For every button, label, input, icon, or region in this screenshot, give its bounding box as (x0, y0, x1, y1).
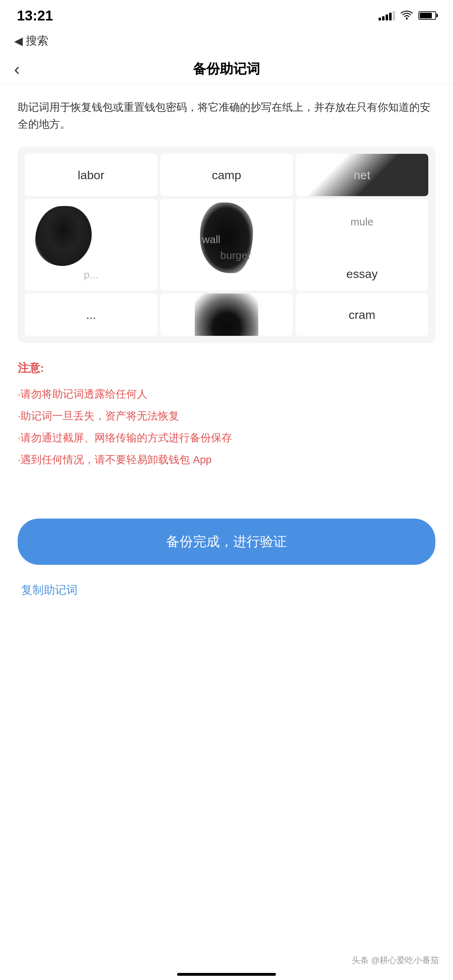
main-content: 助记词用于恢复钱包或重置钱包密码，将它准确的抄写在纸上，并存放在只有你知道的安全… (0, 85, 453, 616)
notes-section: 注意: ·请勿将助记词透露给任何人 ·助记词一旦丢失，资产将无法恢复 ·请勿通过… (17, 361, 436, 469)
word-essay: essay (347, 246, 378, 281)
note-item-3: ·请勿通过截屏、网络传输的方式进行备份保存 (17, 428, 436, 447)
description-text: 助记词用于恢复钱包或重置钱包密码，将它准确的抄写在纸上，并存放在只有你知道的安全… (17, 99, 436, 133)
word-cram: cram (348, 308, 375, 322)
notes-title: 注意: (17, 361, 436, 376)
mnemonic-cell-4: p... (25, 199, 157, 291)
page-title: 备份助记词 (193, 60, 260, 78)
battery-icon (418, 11, 436, 20)
note-item-4: ·遇到任何情况，请不要轻易卸载钱包 App (17, 450, 436, 469)
word-camp: camp (212, 168, 241, 182)
mnemonic-cell-8 (160, 294, 293, 336)
svg-point-0 (406, 18, 408, 20)
mnemonic-cell-7: ... (25, 294, 157, 336)
word-net: net (353, 168, 370, 182)
top-nav: ◀ 搜索 (0, 28, 453, 54)
mnemonic-cell-1: labor (25, 154, 157, 196)
word-wall: wall (202, 226, 221, 245)
signal-icon (378, 11, 395, 21)
mnemonic-cell-3: net (296, 154, 428, 196)
status-icons (378, 11, 436, 21)
mnemonic-grid: labor camp net p... wall burger (25, 154, 428, 336)
word-labor: labor (78, 168, 105, 182)
word-mule: mule (350, 216, 373, 228)
watermark: 头条 @耕心爱吃小番茄 (352, 955, 439, 966)
back-search-link[interactable]: ◀ 搜索 (14, 33, 48, 49)
back-arrow-small: ◀ (14, 34, 23, 48)
mnemonic-cell-2: camp (160, 154, 293, 196)
nav-bar: ‹ 备份助记词 (0, 54, 453, 85)
wifi-icon (401, 11, 413, 21)
mnemonic-cell-9: cram (296, 294, 428, 336)
status-bar: 13:21 (0, 0, 453, 28)
copy-mnemonic-button[interactable]: 复制助记词 (17, 579, 81, 601)
word-p: p... (84, 220, 99, 281)
mnemonic-grid-wrapper: labor camp net p... wall burger (17, 147, 436, 343)
word-burger: burger (220, 250, 251, 261)
note-item-1: ·请勿将助记词透露给任何人 (17, 385, 436, 404)
mnemonic-cell-5: wall burger (160, 199, 293, 291)
word-beef: ... (86, 308, 96, 322)
note-item-2: ·助记词一旦丢失，资产将无法恢复 (17, 406, 436, 425)
home-indicator (177, 973, 276, 976)
back-button[interactable]: ‹ (14, 59, 20, 79)
mnemonic-cell-6: mule essay (296, 199, 428, 291)
back-chevron-icon: ‹ (14, 59, 20, 79)
search-label: 搜索 (26, 33, 48, 49)
status-time: 13:21 (17, 8, 53, 24)
verify-button[interactable]: 备份完成，进行验证 (17, 519, 436, 565)
